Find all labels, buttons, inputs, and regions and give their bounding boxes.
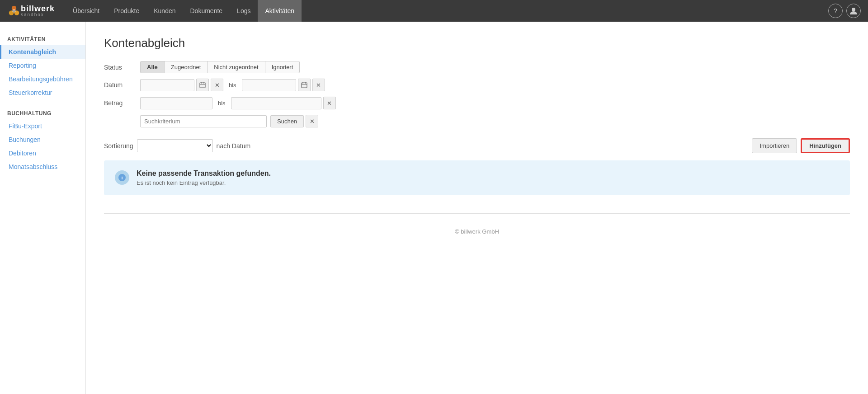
search-clear-btn[interactable]: ✕	[306, 115, 318, 127]
status-row: Status Alle Zugeordnet Nicht zugeordnet …	[104, 61, 850, 73]
nav-logs[interactable]: Logs	[230, 0, 258, 22]
logo[interactable]: billwerk sandbox	[7, 4, 55, 18]
user-icon	[849, 7, 858, 15]
nav-aktivitaeten[interactable]: Aktivitäten	[258, 0, 302, 22]
sidebar-item-monatsabschluss[interactable]: Monatsabschluss	[0, 160, 85, 174]
sidebar-item-kontenabgleich[interactable]: Kontenabgleich	[0, 45, 85, 59]
betrag-to-input[interactable]	[231, 97, 321, 109]
nav-produkte[interactable]: Produkte	[107, 0, 146, 22]
nav-kunden[interactable]: Kunden	[146, 0, 183, 22]
status-buttons: Alle Zugeordnet Nicht zugeordnet Ignorie…	[140, 61, 300, 73]
sidebar: AKTIVITÄTEN Kontenabgleich Reporting Bea…	[0, 22, 86, 394]
svg-text:i: i	[121, 175, 123, 180]
user-button[interactable]	[846, 4, 861, 18]
svg-point-3	[12, 9, 16, 13]
search-row: Suchen ✕	[104, 115, 850, 127]
calendar-icon	[199, 82, 206, 88]
sidebar-section-aktivitaeten: AKTIVITÄTEN	[0, 33, 85, 45]
action-buttons: Importieren Hinzufügen	[752, 138, 850, 153]
svg-point-4	[852, 8, 855, 11]
info-icon: i	[118, 174, 126, 182]
datum-from-calendar-btn[interactable]	[196, 79, 209, 91]
status-btn-zugeordnet[interactable]: Zugeordnet	[164, 61, 208, 73]
sort-after-label: nach Datum	[217, 142, 250, 150]
sidebar-item-buchungen[interactable]: Buchungen	[0, 133, 85, 146]
page-title: Kontenabgleich	[104, 36, 850, 50]
empty-state: i Keine passende Transaktion gefunden. E…	[104, 160, 850, 195]
toolbar-row: Sortierung Datum aufsteigend Datum abste…	[104, 138, 850, 153]
datum-to-input[interactable]	[242, 79, 296, 91]
svg-rect-5	[200, 83, 205, 88]
sort-group: Sortierung Datum aufsteigend Datum abste…	[104, 139, 250, 152]
filter-form: Status Alle Zugeordnet Nicht zugeordnet …	[104, 61, 850, 127]
sidebar-item-bearbeitungsgebuehren[interactable]: Bearbeitungsgebühren	[0, 72, 85, 86]
status-btn-nicht-zugeordnet[interactable]: Nicht zugeordnet	[207, 61, 265, 73]
status-btn-ignoriert[interactable]: Ignoriert	[265, 61, 300, 73]
nav-items: Übersicht Produkte Kunden Dokumente Logs…	[66, 0, 828, 22]
logo-main-text: billwerk	[21, 5, 55, 13]
datum-to-calendar-btn[interactable]	[298, 79, 311, 91]
svg-rect-9	[302, 83, 307, 88]
nav-uebersicht[interactable]: Übersicht	[66, 0, 107, 22]
sortierung-label: Sortierung	[104, 142, 133, 150]
sidebar-section-buchhaltung: BUCHHALTUNG	[0, 107, 85, 119]
betrag-label: Betrag	[104, 99, 140, 107]
empty-state-text: Keine passende Transaktion gefunden. Es …	[137, 169, 271, 186]
topnav-right: ?	[828, 4, 861, 18]
datum-from-clear-btn[interactable]: ✕	[211, 79, 223, 91]
importieren-button[interactable]: Importieren	[752, 138, 797, 153]
sidebar-item-debitoren[interactable]: Debitoren	[0, 146, 85, 160]
sidebar-item-fibu-export[interactable]: FiBu-Export	[0, 119, 85, 133]
empty-state-icon: i	[115, 170, 129, 185]
footer: © billwerk GmbH	[104, 213, 850, 242]
help-button[interactable]: ?	[828, 4, 843, 18]
sidebar-item-steuerkorrektur[interactable]: Steuerkorrektur	[0, 86, 85, 99]
footer-text: © billwerk GmbH	[455, 228, 499, 235]
datum-from-group: ✕ bis ✕	[140, 79, 325, 91]
betrag-group: bis ✕	[140, 97, 336, 109]
datum-to-clear-btn[interactable]: ✕	[312, 79, 325, 91]
hinzufuegen-button[interactable]: Hinzufügen	[801, 138, 850, 153]
betrag-clear-btn[interactable]: ✕	[323, 97, 336, 109]
search-button[interactable]: Suchen	[270, 115, 304, 127]
calendar-icon-2	[301, 82, 307, 88]
nav-dokumente[interactable]: Dokumente	[183, 0, 230, 22]
main-layout: AKTIVITÄTEN Kontenabgleich Reporting Bea…	[0, 22, 868, 394]
sidebar-item-reporting[interactable]: Reporting	[0, 59, 85, 72]
search-group: Suchen ✕	[140, 115, 318, 127]
datum-row: Datum ✕ bis ✕	[104, 79, 850, 91]
betrag-row: Betrag bis ✕	[104, 97, 850, 109]
datum-bis-label: bis	[225, 82, 240, 89]
search-input[interactable]	[140, 115, 267, 127]
empty-state-sub: Es ist noch kein Eintrag verfügbar.	[137, 179, 271, 186]
status-btn-alle[interactable]: Alle	[140, 61, 165, 73]
empty-state-title: Keine passende Transaktion gefunden.	[137, 169, 271, 178]
topnav: billwerk sandbox Übersicht Produkte Kund…	[0, 0, 868, 22]
sort-select[interactable]: Datum aufsteigend Datum absteigend	[137, 139, 213, 152]
datum-label: Datum	[104, 81, 140, 89]
datum-from-input[interactable]	[140, 79, 194, 91]
logo-text: billwerk sandbox	[21, 5, 55, 17]
logo-icon	[7, 4, 21, 18]
status-label: Status	[104, 64, 140, 71]
logo-sub-text: sandbox	[21, 13, 55, 17]
main-content: Kontenabgleich Status Alle Zugeordnet Ni…	[86, 22, 868, 394]
betrag-from-input[interactable]	[140, 97, 212, 109]
betrag-bis-label: bis	[214, 100, 229, 107]
